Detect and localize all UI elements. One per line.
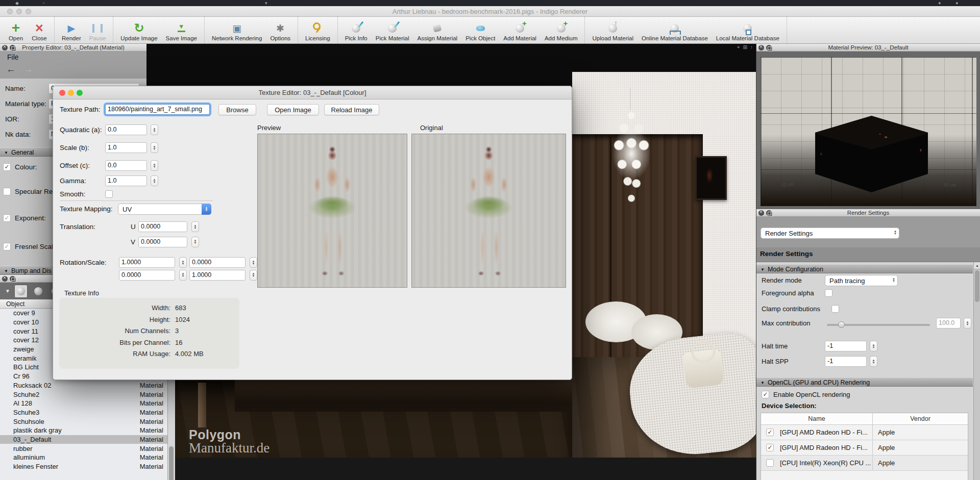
toolbar-button-upload-material[interactable]: Upload Material: [588, 17, 638, 43]
menu-bar-icon[interactable]: ●: [955, 1, 958, 6]
texture-mapping-dropdown[interactable]: UV ▲▼: [118, 204, 211, 215]
max-contribution-stepper[interactable]: ▲▼: [964, 318, 971, 329]
settings-scrollbar[interactable]: ▲: [973, 262, 980, 480]
upload-icon[interactable]: ↑: [750, 44, 753, 50]
scrollbar-thumb[interactable]: [975, 270, 979, 302]
matrix-00-field[interactable]: 1.0000: [119, 257, 175, 268]
translation-v-stepper[interactable]: ▲▼: [191, 237, 199, 247]
matrix-10-field[interactable]: 0.0000: [119, 270, 175, 281]
slider-knob[interactable]: [838, 321, 845, 328]
float-panel-icon[interactable]: [10, 276, 15, 282]
matrix-11-field[interactable]: 1.0000: [189, 270, 246, 281]
foreground-alpha-checkbox[interactable]: [825, 289, 832, 297]
toolbar-button-pick-info[interactable]: Pick Info: [341, 17, 372, 43]
section-opencl[interactable]: OpenCL (GPU and CPU) Rendering: [756, 377, 973, 387]
translation-u-field[interactable]: 0.0000: [138, 221, 187, 232]
menu-bar-icon[interactable]: ▫: [43, 1, 44, 6]
max-contribution-field[interactable]: 100.0: [936, 318, 961, 329]
browse-button[interactable]: Browse: [218, 104, 256, 115]
offset-field[interactable]: 0.0: [105, 160, 147, 171]
matrix-00-stepper[interactable]: ▲▼: [179, 257, 187, 268]
gamma-stepper[interactable]: ▲▼: [151, 175, 158, 186]
menu-bar-icon[interactable]: ◆: [15, 1, 19, 6]
toolbar-button-pause[interactable]: Pause: [85, 17, 110, 43]
name-column-header[interactable]: Name: [761, 413, 873, 424]
matrix-11-stepper[interactable]: ▲▼: [250, 270, 257, 281]
matrix-01-field[interactable]: 0.0000: [189, 257, 246, 268]
object-row[interactable]: plastik dark grayMaterial: [0, 426, 167, 435]
device-row[interactable]: [GPU] AMD Radeon HD - Fi... Apple: [761, 425, 968, 440]
clamp-contributions-checkbox[interactable]: [831, 305, 839, 313]
scroll-up-icon[interactable]: ▲: [974, 262, 980, 269]
back-arrow-icon[interactable]: ←: [6, 64, 16, 75]
halt-time-stepper[interactable]: ▲▼: [870, 341, 877, 351]
toolbar-button-close[interactable]: Close: [28, 17, 51, 43]
exponent-checkbox[interactable]: [3, 214, 11, 222]
fresnel-checkbox[interactable]: [3, 243, 11, 250]
menu-bar-icon[interactable]: ●: [938, 1, 941, 6]
halt-spp-stepper[interactable]: ▲▼: [870, 356, 877, 367]
scrollbar-thumb[interactable]: [169, 446, 174, 480]
scale-field[interactable]: 1.0: [105, 142, 147, 153]
translation-u-stepper[interactable]: ▲▼: [191, 221, 199, 232]
toolbar-button-pick-object[interactable]: Pick Object: [461, 17, 499, 43]
texture-path-input[interactable]: 180960/painting_art_7_small.png: [105, 104, 210, 115]
toolbar-button-assign-material[interactable]: Assign Material: [413, 17, 462, 43]
toolbar-button-render[interactable]: Render: [58, 17, 85, 43]
render-mode-dropdown[interactable]: Path tracing ▲▼: [825, 275, 898, 286]
object-row[interactable]: Al 128Material: [0, 399, 167, 408]
mediums-view-button[interactable]: [32, 285, 45, 298]
menu-bar[interactable]: ◆ ▫ ▾ ● ●: [0, 0, 980, 6]
toolbar-button-open[interactable]: Open: [4, 17, 28, 43]
matrix-10-stepper[interactable]: ▲▼: [179, 270, 187, 281]
translation-v-field[interactable]: 0.0000: [138, 237, 187, 247]
max-contribution-slider[interactable]: [827, 324, 930, 326]
toolbar-button-online-material-database[interactable]: Online Material Database: [638, 17, 712, 43]
vendor-column-header[interactable]: Vendor: [873, 413, 968, 424]
settings-page-dropdown[interactable]: Render Settings ▲▼: [761, 228, 899, 239]
file-menu[interactable]: File: [7, 53, 19, 61]
object-row[interactable]: SchuhsoleMaterial: [0, 417, 167, 426]
object-row[interactable]: Rucksack 02Material: [0, 381, 167, 390]
menu-bar-icon[interactable]: ▾: [265, 1, 267, 6]
halt-time-field[interactable]: -1: [825, 341, 867, 351]
toolbar-button-options[interactable]: Options: [266, 17, 295, 43]
toolbar-button-add-material[interactable]: Add Material: [499, 17, 541, 43]
close-icon[interactable]: [2, 276, 8, 282]
halt-spp-field[interactable]: -1: [825, 356, 867, 367]
pan-icon[interactable]: ⊞: [743, 44, 747, 50]
object-row[interactable]: alluminiumMaterial: [0, 453, 167, 462]
materials-view-button[interactable]: [14, 285, 28, 298]
enable-opencl-checkbox[interactable]: [762, 391, 769, 398]
zoom-fit-icon[interactable]: +: [737, 44, 740, 50]
object-row[interactable]: Schuhe3Material: [0, 408, 167, 417]
object-row[interactable]: rubberMaterial: [0, 444, 167, 453]
forward-arrow-icon[interactable]: →: [23, 64, 33, 75]
toolbar-button-update-image[interactable]: Update Image: [116, 17, 161, 43]
object-row[interactable]: Schuhe2Material: [0, 390, 167, 399]
toolbar-button-pick-material[interactable]: Pick Material: [372, 17, 413, 43]
device-checkbox[interactable]: [766, 428, 774, 436]
collapse-caret-icon[interactable]: ▼: [5, 288, 10, 294]
matrix-01-stepper[interactable]: ▲▼: [250, 257, 257, 268]
object-row[interactable]: kleines FensterMaterial: [0, 462, 167, 471]
device-row[interactable]: [CPU] Intel(R) Xeon(R) CPU ... Apple: [761, 456, 968, 471]
specular-checkbox[interactable]: [3, 188, 11, 195]
gamma-field[interactable]: 1.0: [105, 175, 147, 186]
toolbar-button-network-rendering[interactable]: Network Rendering: [208, 17, 266, 43]
quadratic-field[interactable]: 0.0: [105, 124, 147, 135]
object-row[interactable]: 03_-_DefaultMaterial: [0, 435, 167, 444]
toolbar-button-licensing[interactable]: Licensing: [301, 17, 334, 43]
colour-checkbox[interactable]: [3, 163, 11, 171]
device-checkbox[interactable]: [766, 444, 774, 451]
smooth-checkbox[interactable]: [105, 190, 113, 198]
scale-stepper[interactable]: ▲▼: [151, 142, 158, 153]
section-mode-configuration[interactable]: Mode Configuration: [756, 264, 973, 273]
open-image-button[interactable]: Open Image: [267, 104, 319, 115]
toolbar-button-save-image[interactable]: Save Image: [162, 17, 201, 43]
device-checkbox[interactable]: [766, 459, 774, 467]
reload-image-button[interactable]: Reload Image: [324, 104, 379, 115]
device-row[interactable]: [GPU] AMD Radeon HD - Fi... Apple: [761, 440, 968, 456]
toolbar-button-add-medium[interactable]: Add Medium: [541, 17, 582, 43]
offset-stepper[interactable]: ▲▼: [151, 160, 158, 171]
